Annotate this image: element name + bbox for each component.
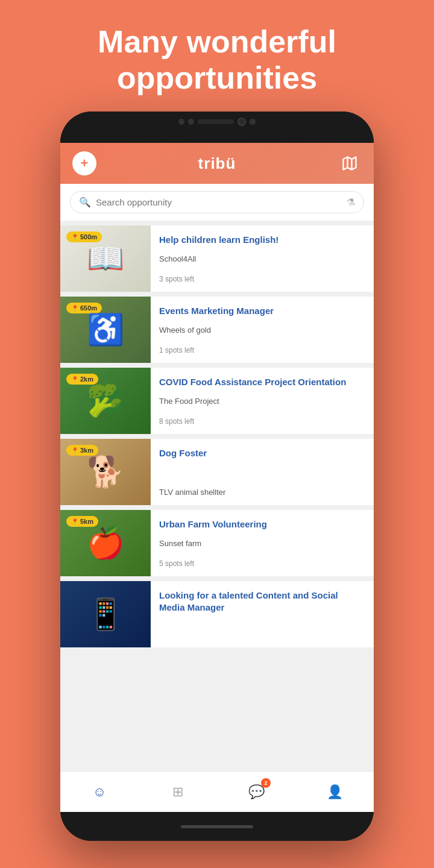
hero-header: Many wonderful opportunities: [0, 0, 434, 108]
phone-shell: + tribü 🔍 ⚗ 500mHelp children learn Engl…: [60, 112, 374, 841]
nav-profile[interactable]: 👤: [316, 777, 353, 807]
card-image: 3km: [60, 439, 151, 505]
card-content: Help children learn English!School4All3 …: [151, 225, 374, 292]
card-title: Looking for a talented Content and Socia…: [159, 590, 365, 613]
hero-title-line2: opportunities: [117, 60, 317, 95]
card-org: Sunset farm: [159, 539, 365, 548]
card-spots: 8 spots left: [159, 417, 365, 426]
distance-badge: 3km: [66, 445, 98, 456]
filter-icon[interactable]: ⚗: [347, 197, 355, 208]
add-button[interactable]: +: [72, 151, 96, 175]
distance-badge: 650m: [66, 303, 102, 313]
map-icon[interactable]: [338, 151, 362, 175]
search-bar-wrapper: 🔍 ⚗: [60, 184, 374, 221]
card-title: COVID Food Assistance Project Orientatio…: [159, 376, 365, 388]
search-input[interactable]: [96, 197, 339, 207]
camera-dot-right: [250, 119, 256, 125]
card-title: Events Marketing Manager: [159, 305, 365, 317]
card-image: 2km: [60, 368, 151, 434]
nav-home[interactable]: ☺: [81, 777, 118, 807]
card-image: 5km: [60, 510, 151, 576]
opportunity-card[interactable]: Looking for a talented Content and Socia…: [60, 581, 374, 647]
card-image: 650m: [60, 297, 151, 363]
card-spots: 3 spots left: [159, 275, 365, 283]
app-screen: + tribü 🔍 ⚗ 500mHelp children learn Engl…: [60, 143, 374, 812]
distance-badge: 2km: [66, 374, 98, 385]
nav-list[interactable]: ⊞: [160, 777, 196, 807]
card-content: Events Marketing ManagerWheels of gold1 …: [151, 297, 374, 363]
card-org: The Food Project: [159, 397, 365, 406]
card-image: 500m: [60, 225, 151, 292]
opportunity-card[interactable]: 3kmDog FosterTLV animal shellter: [60, 439, 374, 505]
card-spots: 1 spots left: [159, 346, 365, 354]
main-camera: [237, 118, 246, 126]
list-icon: ⊞: [172, 784, 183, 800]
hero-title-line1: Many wonderful: [98, 24, 336, 59]
opportunity-card[interactable]: 5kmUrban Farm VolunteeringSunset farm5 s…: [60, 510, 374, 576]
search-bar[interactable]: 🔍 ⚗: [70, 191, 364, 213]
card-title: Dog Foster: [159, 447, 365, 459]
card-image: [60, 581, 151, 647]
camera-dot-left: [178, 119, 184, 125]
phone-bottom-bar: [60, 812, 374, 841]
card-title: Help children learn English!: [159, 234, 365, 246]
opportunity-card[interactable]: 500mHelp children learn English!School4A…: [60, 225, 374, 292]
app-header: + tribü: [60, 143, 374, 184]
card-org: TLV animal shellter: [159, 488, 365, 497]
chat-badge: 2: [261, 778, 271, 788]
card-content: Urban Farm VolunteeringSunset farm5 spot…: [151, 510, 374, 576]
card-org: Wheels of gold: [159, 326, 365, 335]
opportunities-list: 500mHelp children learn English!School4A…: [60, 221, 374, 771]
card-title: Urban Farm Volunteering: [159, 518, 365, 530]
nav-chat[interactable]: 💬 2: [238, 777, 274, 807]
opportunity-card[interactable]: 2kmCOVID Food Assistance Project Orienta…: [60, 368, 374, 434]
distance-badge: 500m: [66, 231, 102, 242]
bottom-nav: ☺ ⊞ 💬 2 👤: [60, 771, 374, 812]
search-icon: 🔍: [79, 197, 91, 208]
distance-badge: 5km: [66, 516, 98, 527]
app-logo: tribü: [198, 154, 236, 173]
opportunity-card[interactable]: 650mEvents Marketing ManagerWheels of go…: [60, 297, 374, 363]
camera-dot-2: [188, 119, 194, 125]
card-spots: 5 spots left: [159, 559, 365, 568]
speaker: [198, 119, 234, 124]
card-content: Looking for a talented Content and Socia…: [151, 581, 374, 647]
profile-icon: 👤: [327, 784, 343, 800]
home-indicator: [181, 825, 253, 828]
card-org: School4All: [159, 254, 365, 263]
phone-top-bar: [60, 112, 374, 143]
home-icon: ☺: [93, 784, 106, 800]
card-content: Dog FosterTLV animal shellter: [151, 439, 374, 505]
phone-notch: [178, 118, 256, 126]
card-content: COVID Food Assistance Project Orientatio…: [151, 368, 374, 434]
